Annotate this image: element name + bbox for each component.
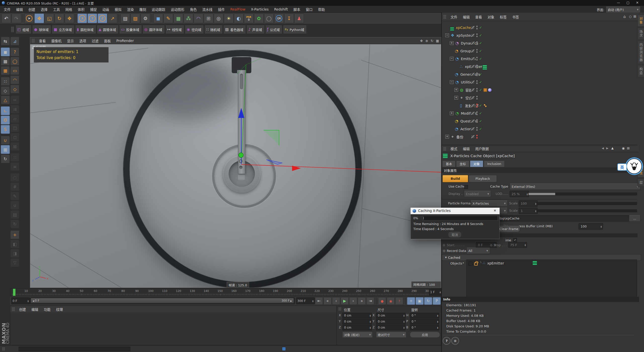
material-manager[interactable]: 创建编辑功能纹理 [10, 306, 337, 345]
character-plugin[interactable]: ♟ [294, 14, 304, 23]
tab-层[interactable]: 层 [637, 179, 644, 187]
axis-mode[interactable]: ∟ [1, 106, 10, 115]
field-着色器域[interactable]: ▨着色器域 [223, 25, 246, 34]
status-command-field[interactable] [19, 347, 130, 351]
om-menu-书签[interactable]: 书签 [509, 14, 522, 20]
field-随机域[interactable]: ∷随机域 [205, 25, 223, 34]
bend-deformer[interactable]: ◠ [194, 14, 203, 23]
deer-badge[interactable] [626, 158, 642, 174]
prev-key-button[interactable]: « [324, 297, 332, 305]
tab-对象[interactable]: 对象 [637, 15, 644, 27]
om-drag-handle[interactable] [443, 15, 446, 19]
expander-icon[interactable]: − [445, 33, 449, 37]
viewport-menu-过滤[interactable]: 过滤 [89, 37, 101, 44]
attr-tab-对象[interactable]: 对象 [470, 160, 483, 167]
axis-gizmo[interactable]: x y z [30, 44, 441, 288]
range-slider[interactable]: ◀ 0 F 300 F ▶ [30, 297, 295, 304]
range-start-field[interactable]: 0 F▲ ▼ [11, 297, 30, 304]
enabled-check[interactable]: ✓ [479, 88, 483, 92]
menu-渲染[interactable]: 渲染 [124, 6, 137, 13]
am-menu-用户数据[interactable]: 用户数据 [472, 145, 492, 152]
live-selection-tool[interactable]: ➤ [24, 14, 34, 23]
viewport-menu-查看[interactable]: 查看 [36, 37, 49, 44]
lod-field[interactable]: 25 %▲ ▼ [510, 191, 529, 197]
polygons-mode[interactable]: △ [1, 96, 10, 104]
viewport-menu-选项[interactable]: 选项 [77, 37, 89, 44]
zoom-view-icon[interactable]: ⊕ [425, 39, 428, 43]
rotate-tool[interactable]: ↻ [55, 14, 64, 23]
render-toggle[interactable] [471, 72, 475, 76]
menu-帮助[interactable]: 帮助 [315, 6, 328, 13]
render-toggle[interactable] [471, 88, 475, 92]
viewport-panel[interactable]: 查看摄像机显示选项过滤面板ProRender ✥⊕↻▦ [30, 37, 441, 288]
clear-frame-button[interactable]: Clear Frame [498, 225, 520, 232]
render-view-button[interactable]: ▤ [120, 14, 130, 23]
menu-插件[interactable]: 插件 [215, 6, 228, 13]
object-row-Questions[interactable]: ◔Questions✓ [442, 117, 644, 125]
visibility-dots[interactable] [476, 135, 478, 139]
axis-center-command[interactable]: + [10, 230, 19, 239]
record-options-button[interactable]: ? [395, 297, 403, 305]
om-menu-文件[interactable]: 文件 [448, 14, 460, 20]
attr-tab-坐标[interactable]: 坐标 [456, 160, 469, 167]
render-toggle[interactable] [471, 57, 475, 61]
use-cache-checkbox[interactable] [464, 185, 468, 189]
wreath-plugin[interactable]: ✿ [254, 14, 264, 23]
material-drag-handle[interactable] [12, 307, 15, 311]
object-row-Emitters[interactable]: −◔Emitters✓ [442, 55, 644, 63]
build-tab[interactable]: Build [442, 175, 468, 182]
menu-文件[interactable]: 文件 [1, 6, 13, 13]
floor-object[interactable]: ⊞ [204, 14, 213, 23]
render-toggle[interactable] [471, 111, 475, 115]
toolbar-drag-handle[interactable] [11, 27, 14, 32]
am-drag-handle[interactable] [443, 147, 446, 151]
rotate-view-icon[interactable]: ↻ [431, 39, 433, 43]
menu-运动图形[interactable]: 运动图形 [168, 6, 187, 13]
rot-H-field[interactable]: 0 °▲ ▼ [410, 313, 439, 318]
expander-icon[interactable]: + [445, 135, 449, 139]
om-menu-标签[interactable]: 标签 [497, 14, 509, 20]
pos-Z-field[interactable]: 0 cm▲ ▼ [342, 325, 372, 330]
size-Y-field[interactable]: 0 cm▲ ▼ [376, 319, 406, 324]
goto-start-button[interactable]: ⇤ [315, 297, 323, 305]
render-toggle[interactable] [471, 135, 475, 139]
object-row-Generators[interactable]: ◔Generators✓ [442, 70, 644, 78]
wire-sphere-plugin[interactable]: ◯ [264, 14, 274, 23]
particle-tag-icon[interactable] [484, 104, 487, 107]
render-toggle[interactable] [471, 33, 475, 37]
cache-tag-icon[interactable] [482, 63, 487, 70]
apply-button[interactable]: 应用 [410, 332, 440, 338]
render-toggle[interactable] [471, 127, 475, 131]
redo-button[interactable]: ↷ [12, 14, 21, 23]
prev-frame-button[interactable]: ‹ [332, 297, 340, 305]
visibility-dots[interactable] [476, 41, 478, 45]
object-row-xpEmitter[interactable]: ∴xpEmitter✓ [442, 63, 644, 70]
visibility-dots[interactable] [476, 88, 478, 92]
caching-dialog[interactable]: Caching X-Particles ✕ 0% Time Remaining … [411, 208, 500, 239]
sphere-tag-icon[interactable] [488, 88, 492, 92]
coords-drag-handle[interactable] [338, 307, 341, 311]
current-frame-field[interactable]: 1 F▲ ▼ [429, 289, 442, 295]
subdivision-surface-object[interactable]: ▦ [174, 14, 183, 23]
om-menu-查看[interactable]: 查看 [472, 14, 485, 20]
camera-object[interactable]: ◎ [214, 14, 223, 23]
live-selection[interactable]: ◯ [10, 57, 19, 66]
field-圆柱体域[interactable]: ▮圆柱体域 [75, 25, 96, 34]
visibility-dots[interactable] [476, 96, 478, 100]
rot-P-field[interactable]: 0 °▲ ▼ [410, 319, 439, 324]
qr-plugin[interactable]: QR [274, 14, 284, 23]
workplane-mode[interactable]: ▦ [1, 66, 10, 75]
enabled-check[interactable]: ✓ [479, 127, 483, 131]
enabled-check[interactable]: ✓ [479, 26, 483, 29]
visibility-dots[interactable] [476, 72, 478, 76]
pos-Y-field[interactable]: 0 cm▲ ▼ [342, 319, 372, 324]
position-mode-dropdown[interactable]: 对象 (相对)▼ [342, 332, 373, 338]
visibility-dots[interactable] [476, 80, 478, 84]
cache-type-dropdown[interactable]: External (Files)▼ [510, 184, 640, 190]
playback-tab[interactable]: Playback [469, 175, 497, 182]
menu-运动跟踪[interactable]: 运动跟踪 [149, 6, 168, 13]
last-used-tool[interactable]: ✥ [65, 14, 74, 23]
status-drag-handle[interactable] [2, 347, 5, 351]
size-mode-dropdown[interactable]: 绝对尺寸▼ [376, 332, 406, 338]
object-row-xpSystem[interactable]: −❖xpSystem✓ [442, 31, 641, 39]
